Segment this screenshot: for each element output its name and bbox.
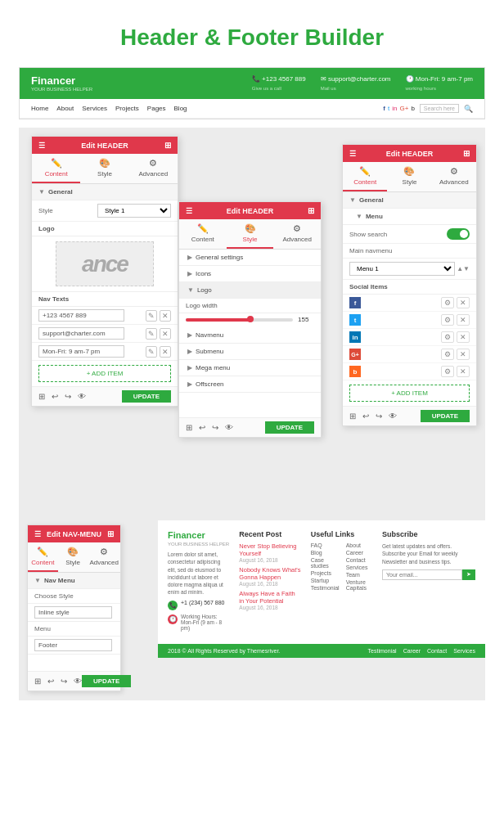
footer-icon-grid[interactable]: ⊞: [38, 392, 45, 401]
link-startup[interactable]: Startup: [311, 578, 340, 583]
footer-menu-input[interactable]: [34, 639, 112, 651]
social-edit-b[interactable]: ⚙: [441, 366, 454, 377]
add-item-button-left[interactable]: + ADD ITEM: [38, 365, 171, 382]
social-delete-b[interactable]: ✕: [457, 366, 470, 377]
social-edit-in[interactable]: ⚙: [441, 331, 454, 343]
link-services[interactable]: Services: [346, 565, 372, 570]
footer-link-services[interactable]: Services: [453, 648, 475, 654]
social-edit-f[interactable]: ⚙: [441, 297, 454, 308]
footer-mid-undo[interactable]: ↩: [199, 423, 205, 432]
logo-width-slider[interactable]: [186, 318, 293, 322]
post-1-title[interactable]: Nobody Knows What's Gonna Happen: [239, 566, 300, 581]
link-faq[interactable]: FAQ: [311, 542, 340, 548]
link-team[interactable]: Team: [346, 572, 372, 578]
footer-fp-eye[interactable]: 👁: [74, 677, 82, 686]
nav-text-edit-0[interactable]: ✎: [146, 310, 157, 322]
post-0-title[interactable]: Never Stop Believing Yourself: [239, 542, 300, 557]
link-contact[interactable]: Contact: [346, 557, 372, 563]
nav-text-input-0[interactable]: [38, 309, 124, 322]
nav-text-delete-2[interactable]: ✕: [160, 346, 171, 358]
footer-icon-eye[interactable]: 👁: [78, 392, 86, 401]
footer-right-redo[interactable]: ↪: [376, 412, 382, 421]
panel-left-grid-icon[interactable]: ⊞: [164, 141, 171, 150]
accordion-submenu[interactable]: ▶ Submenu: [179, 344, 321, 360]
tab-content-left[interactable]: ✏️ Content: [32, 154, 80, 183]
accordion-logo[interactable]: ▼ Logo: [179, 282, 321, 299]
footer-fp-undo[interactable]: ↩: [47, 677, 54, 686]
tab-content-footer[interactable]: ✏️ Content: [28, 542, 58, 572]
menu-up-icon[interactable]: ▲: [457, 265, 463, 272]
tab-content-right[interactable]: ✏️ Content: [343, 162, 387, 191]
accordion-offscreen[interactable]: ▶ Offscreen: [179, 376, 321, 393]
footer-link-testimonial[interactable]: Testimonial: [368, 648, 397, 654]
tab-advanced-mid[interactable]: ⚙ Advanced: [273, 219, 321, 249]
search-submit-icon[interactable]: 🔍: [464, 105, 473, 113]
nav-text-edit-2[interactable]: ✎: [146, 346, 157, 358]
footer-panel-grid-icon[interactable]: ⊞: [107, 529, 114, 538]
subscribe-email-input[interactable]: [382, 569, 462, 580]
panel-right-menu-icon[interactable]: ☰: [349, 150, 356, 158]
accordion-general-settings[interactable]: ▶ General settings: [179, 250, 321, 266]
social-delete-t[interactable]: ✕: [457, 314, 470, 326]
nav-text-delete-1[interactable]: ✕: [160, 328, 171, 340]
update-button-right[interactable]: UPDATE: [421, 410, 470, 422]
update-button-left[interactable]: UPDATE: [122, 390, 171, 403]
link-testimonial[interactable]: Testimonial: [311, 585, 340, 591]
social-edit-t[interactable]: ⚙: [441, 314, 454, 326]
nav-text-input-2[interactable]: [38, 345, 124, 358]
nav-text-delete-0[interactable]: ✕: [160, 310, 171, 322]
footer-link-career[interactable]: Career: [403, 648, 421, 654]
tab-content-mid[interactable]: ✏️ Content: [179, 219, 227, 249]
footer-fp-redo[interactable]: ↪: [61, 677, 67, 686]
inline-style-input[interactable]: [34, 606, 112, 619]
nav-text-input-1[interactable]: [38, 327, 124, 340]
tab-style-footer[interactable]: 🎨 Style: [58, 542, 88, 572]
footer-icon-redo[interactable]: ↪: [65, 392, 71, 401]
panel-mid-grid-icon[interactable]: ⊞: [308, 206, 314, 215]
social-delete-gplus[interactable]: ✕: [457, 349, 470, 360]
tab-advanced-footer[interactable]: ⚙ Advanced: [88, 542, 120, 572]
link-projects[interactable]: Projects: [311, 570, 340, 576]
footer-right-undo[interactable]: ↩: [362, 412, 369, 421]
panel-left-menu-icon[interactable]: ☰: [38, 142, 45, 150]
tab-style-mid[interactable]: 🎨 Style: [227, 219, 274, 249]
tab-style-left[interactable]: 🎨 Style: [80, 154, 128, 183]
style-select[interactable]: Style 1: [97, 204, 171, 218]
update-button-mid[interactable]: UPDATE: [265, 421, 314, 434]
panel-mid-menu-icon[interactable]: ☰: [186, 207, 192, 215]
site-email: ✉ support@charter.comMail us: [321, 74, 391, 92]
footer-right-eye[interactable]: 👁: [389, 412, 397, 421]
footer-panel-menu-icon[interactable]: ☰: [34, 530, 41, 538]
footer-mid-redo[interactable]: ↪: [212, 423, 218, 432]
link-about[interactable]: About: [346, 542, 372, 548]
footer-icon-undo[interactable]: ↩: [52, 392, 58, 401]
link-career[interactable]: Career: [346, 550, 372, 556]
accordion-navmenu[interactable]: ▶ Navmenu: [179, 327, 321, 344]
social-delete-f[interactable]: ✕: [457, 297, 470, 308]
tab-advanced-right[interactable]: ⚙ Advanced: [432, 162, 476, 191]
show-search-toggle[interactable]: [447, 228, 470, 240]
accordion-icons[interactable]: ▶ Icons: [179, 266, 321, 282]
footer-right-grid[interactable]: ⊞: [349, 412, 356, 421]
tab-advanced-left[interactable]: ⚙ Advanced: [129, 154, 178, 183]
social-delete-in[interactable]: ✕: [457, 331, 470, 343]
subscribe-button[interactable]: ➤: [462, 569, 475, 580]
accordion-megamenu[interactable]: ▶ Mega menu: [179, 360, 321, 376]
link-blog[interactable]: Blog: [311, 550, 340, 556]
menu-down-icon[interactable]: ▼: [463, 265, 470, 272]
footer-mid-grid[interactable]: ⊞: [186, 423, 192, 432]
main-menu-select[interactable]: Menu 1: [349, 262, 455, 276]
update-button-footer[interactable]: UPDATE: [82, 675, 131, 687]
tab-style-right[interactable]: 🎨 Style: [387, 162, 431, 191]
search-box[interactable]: Search here: [420, 104, 459, 113]
add-item-button-right[interactable]: + ADD ITEM: [349, 385, 470, 402]
footer-mid-eye[interactable]: 👁: [225, 423, 233, 432]
link-venture[interactable]: Venture Capitals: [346, 579, 372, 591]
link-case[interactable]: Case studies: [311, 557, 340, 569]
footer-link-contact[interactable]: Contact: [427, 648, 447, 654]
panel-right-grid-icon[interactable]: ⊞: [463, 149, 470, 158]
nav-text-edit-1[interactable]: ✎: [146, 328, 157, 340]
post-2-title[interactable]: Always Have a Faith in Your Potential: [239, 590, 300, 605]
social-edit-gplus[interactable]: ⚙: [441, 349, 454, 360]
footer-fp-grid[interactable]: ⊞: [34, 677, 41, 686]
